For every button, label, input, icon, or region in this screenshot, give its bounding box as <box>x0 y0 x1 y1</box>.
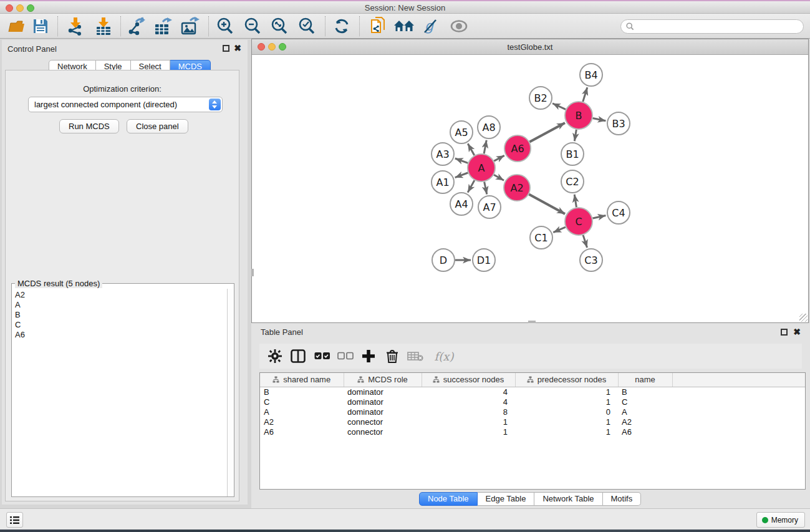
mcds-result-item[interactable]: A2 <box>15 290 224 300</box>
graph-node-A1[interactable]: A1 <box>432 171 454 193</box>
graph-edge-A-A6[interactable] <box>494 155 504 161</box>
graph-node-B[interactable]: B <box>565 102 592 129</box>
table-cell[interactable]: 1 <box>515 387 618 397</box>
graph-edge-C-C4[interactable] <box>592 215 605 218</box>
graph-edge-A-A1[interactable] <box>455 173 468 178</box>
close-table-panel-icon[interactable]: ✖ <box>793 327 801 336</box>
table-cell[interactable]: A <box>260 407 344 417</box>
graph-edge-A-A8[interactable] <box>484 140 486 154</box>
graph-node-B2[interactable]: B2 <box>529 87 552 109</box>
search-field[interactable] <box>620 19 804 34</box>
network-graph[interactable]: B4B2BB3A8A5A6A3B1AA1C2A2A4A7CC4C1C3DD1 <box>252 55 808 322</box>
tab-network-table[interactable]: Network Table <box>534 492 602 506</box>
table-cell[interactable]: 1 <box>422 417 515 427</box>
graph-node-C1[interactable]: C1 <box>530 226 552 249</box>
mcds-result-list[interactable]: A2ABCA6 <box>12 289 227 496</box>
network-window-titlebar[interactable]: testGlobe.txt <box>252 39 808 55</box>
graph-node-A5[interactable]: A5 <box>450 121 473 143</box>
column-header-name[interactable]: name <box>618 373 672 387</box>
deselect-all-icon[interactable] <box>335 346 356 367</box>
mcds-result-scrollbar[interactable] <box>227 289 233 496</box>
graph-node-C[interactable]: C <box>565 208 592 235</box>
graph-edge-A-A3[interactable] <box>455 158 468 163</box>
graph-edge-A-A7[interactable] <box>485 182 487 195</box>
table-row[interactable]: Adominator80A <box>260 407 805 417</box>
graph-edge-B-B4[interactable] <box>583 87 587 102</box>
table-cell[interactable]: A <box>618 407 672 417</box>
graph-edge-B-B2[interactable] <box>552 104 566 110</box>
columns-icon[interactable] <box>287 346 309 367</box>
tab-motifs[interactable]: Motifs <box>603 492 642 506</box>
graph-edge-B-B3[interactable] <box>593 118 606 121</box>
table-cell[interactable]: A2 <box>618 417 672 427</box>
home-icon[interactable] <box>392 16 416 36</box>
graph-edge-C-C2[interactable] <box>574 195 576 208</box>
graph-edge-A6-B[interactable] <box>529 123 565 142</box>
graph-node-B3[interactable]: B3 <box>607 112 630 135</box>
column-header-successor-nodes[interactable]: successor nodes <box>422 373 515 387</box>
table-cell[interactable]: A6 <box>618 427 672 437</box>
table-cell[interactable]: dominator <box>344 407 422 417</box>
toggle-graphics-details-icon[interactable]: g <box>418 16 442 36</box>
table-cell[interactable]: 4 <box>422 397 515 407</box>
resize-grip-icon[interactable] <box>799 314 808 322</box>
graph-node-A4[interactable]: A4 <box>450 193 473 215</box>
graph-edge-C-C3[interactable] <box>583 235 587 248</box>
network-canvas[interactable]: B4B2BB3A8A5A6A3B1AA1C2A2A4A7CC4C1C3DD1 <box>252 55 808 322</box>
graph-edge-A-A2[interactable] <box>494 175 504 180</box>
table-cell[interactable]: dominator <box>344 397 422 407</box>
open-folder-icon[interactable] <box>5 16 29 36</box>
close-panel-icon[interactable]: ✖ <box>233 44 242 52</box>
graph-node-D[interactable]: D <box>432 249 455 271</box>
trash-icon[interactable] <box>382 346 403 367</box>
tab-node-table[interactable]: Node Table <box>419 492 478 506</box>
search-input[interactable] <box>637 22 803 31</box>
zoom-selected-icon[interactable] <box>295 16 319 36</box>
table-cell[interactable]: B <box>260 387 344 397</box>
float-table-panel-icon[interactable] <box>781 329 788 336</box>
table-row[interactable]: A6connector11A6 <box>260 427 805 437</box>
graph-node-A2[interactable]: A2 <box>504 175 530 201</box>
table-cell[interactable]: 1 <box>515 417 618 427</box>
import-table-icon[interactable] <box>92 16 115 36</box>
table-cell[interactable]: B <box>618 387 672 397</box>
table-cell[interactable]: 8 <box>422 407 515 417</box>
table-cell[interactable]: 0 <box>515 407 618 417</box>
graph-node-C2[interactable]: C2 <box>561 170 584 193</box>
refresh-icon[interactable] <box>330 16 354 36</box>
table-cell[interactable]: A2 <box>260 417 344 427</box>
tab-edge-table[interactable]: Edge Table <box>478 492 535 506</box>
graph-node-C3[interactable]: C3 <box>580 249 602 271</box>
table-row[interactable]: Cdominator41C <box>260 397 805 407</box>
graph-node-A6[interactable]: A6 <box>504 135 531 162</box>
float-panel-icon[interactable] <box>223 45 229 52</box>
copy-network-icon[interactable] <box>367 16 390 36</box>
graph-edge-B-B1[interactable] <box>574 130 576 142</box>
graph-edge-A-A4[interactable] <box>468 180 475 192</box>
table-row[interactable]: Bdominator41B <box>260 387 805 397</box>
export-table-icon[interactable] <box>152 16 175 36</box>
memory-button[interactable]: Memory <box>756 512 805 528</box>
node-table[interactable]: shared nameMCDS rolesuccessor nodesprede… <box>259 372 806 490</box>
graph-node-D1[interactable]: D1 <box>473 249 495 271</box>
graph-node-A3[interactable]: A3 <box>432 143 454 165</box>
table-row[interactable]: A2connector11A2 <box>260 417 805 427</box>
graph-edge-C-C1[interactable] <box>553 227 566 233</box>
table-cell[interactable]: 1 <box>515 427 618 437</box>
table-cell[interactable]: connector <box>344 417 422 427</box>
gear-icon[interactable] <box>264 346 286 367</box>
table-cell[interactable]: 1 <box>422 427 515 437</box>
mcds-result-item[interactable]: A6 <box>15 330 224 340</box>
export-network-icon[interactable] <box>125 16 148 36</box>
graph-edge-A2-C[interactable] <box>529 195 565 214</box>
graph-node-A8[interactable]: A8 <box>478 116 500 138</box>
column-header-MCDS-role[interactable]: MCDS role <box>344 373 422 387</box>
graph-edge-A-A5[interactable] <box>468 143 474 155</box>
table-cell[interactable]: connector <box>344 427 422 437</box>
delete-table-icon[interactable] <box>405 346 426 367</box>
zoom-in-icon[interactable] <box>213 16 237 36</box>
column-header-shared-name[interactable]: shared name <box>260 373 344 387</box>
close-panel-button[interactable]: Close panel <box>127 119 188 133</box>
table-cell[interactable]: 1 <box>515 397 618 407</box>
table-cell[interactable]: C <box>618 397 672 407</box>
